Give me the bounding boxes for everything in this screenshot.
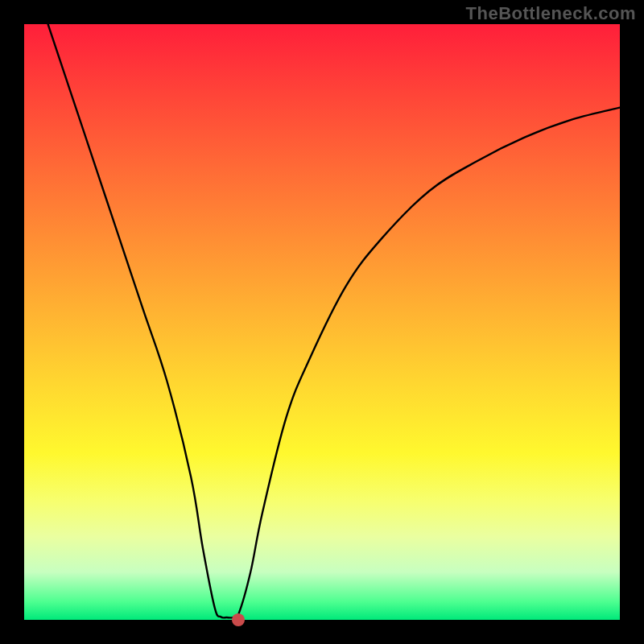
watermark-text: TheBottleneck.com xyxy=(466,3,636,24)
bottleneck-curve-line xyxy=(24,24,620,620)
chart-frame: TheBottleneck.com xyxy=(0,0,644,644)
bottleneck-optimum-marker xyxy=(232,613,245,626)
